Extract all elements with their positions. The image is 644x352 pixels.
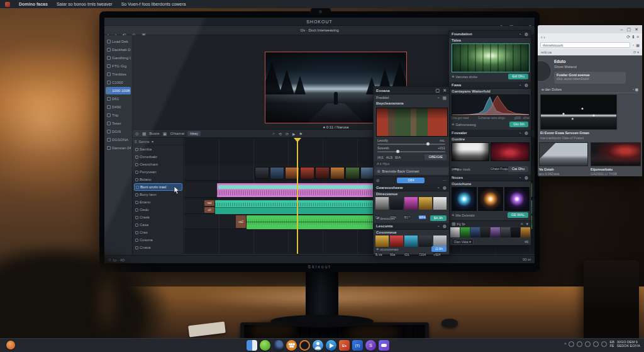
camera-icon[interactable]: ▣ bbox=[163, 132, 167, 136]
video-thumbnail-small[interactable] bbox=[591, 142, 641, 166]
sidebar-item[interactable]: Damcan 0490 bbox=[106, 144, 131, 152]
download-icon[interactable]: ⬇ bbox=[631, 35, 635, 39]
gear-icon[interactable]: ⚙ bbox=[525, 176, 528, 180]
tray-icon[interactable] bbox=[601, 341, 607, 347]
maximize-icon[interactable]: ▢ bbox=[627, 27, 631, 32]
timeline-label[interactable]: Bowie bbox=[150, 132, 160, 135]
apply-button[interactable]: GBEIGIE bbox=[425, 154, 447, 160]
track-row[interactable]: Ponyvean bbox=[134, 168, 182, 176]
track-row[interactable]: Cras bbox=[134, 229, 182, 236]
dock-editor-icon[interactable]: Es bbox=[339, 340, 350, 351]
dock-share-icon[interactable] bbox=[326, 340, 336, 351]
histogram-scope[interactable] bbox=[452, 94, 530, 116]
dock-dark-browser-icon[interactable] bbox=[273, 340, 284, 351]
sidebar-item[interactable]: Teser bbox=[106, 120, 131, 127]
list-icon[interactable]: ≡ bbox=[520, 222, 523, 226]
media-strip[interactable] bbox=[450, 227, 530, 237]
dock-launchpad-icon[interactable] bbox=[286, 340, 297, 351]
dock-green-browser-icon[interactable] bbox=[260, 340, 270, 351]
video-title[interactable]: Ei Evonr Eswa Serssen Gman bbox=[540, 131, 589, 135]
track-row[interactable]: Oesnchant bbox=[134, 161, 182, 168]
preset-action-button[interactable]: $A.9h bbox=[430, 215, 447, 221]
refresh-icon[interactable]: ⟳ bbox=[286, 132, 289, 136]
maximize-icon[interactable]: ▢ bbox=[436, 88, 440, 93]
track-row[interactable]: Casa bbox=[134, 221, 182, 229]
grid-icon[interactable]: ▦ bbox=[142, 132, 147, 136]
tray-icon[interactable] bbox=[577, 341, 582, 347]
track-row[interactable]: Crask bbox=[134, 213, 182, 221]
notification-card[interactable]: Fowler Gont avenue dilut, acuto robertDu… bbox=[554, 72, 626, 84]
clock-icon[interactable]: ◔ bbox=[436, 224, 439, 229]
track-row[interactable]: Oedo bbox=[134, 206, 182, 213]
preset-action-button[interactable]: Ω.9h bbox=[431, 246, 447, 252]
video-thumbnail-small[interactable] bbox=[539, 142, 588, 166]
tray-icon[interactable] bbox=[593, 341, 599, 347]
tray-clock[interactable]: 30GO DEM 9SEDOK EOIYA bbox=[617, 340, 640, 348]
clock-icon[interactable]: ◔ bbox=[518, 131, 521, 135]
strip-select[interactable]: Dan Vata ▾ bbox=[452, 239, 474, 245]
panel-action-button[interactable]: Cat Dhu bbox=[508, 166, 528, 172]
back-icon[interactable]: ‹ bbox=[541, 35, 542, 40]
menubar-app-menu[interactable]: Domino facas bbox=[19, 2, 48, 6]
effect-list-item[interactable]: ⊙ Bravivide Back Contrast bbox=[375, 167, 448, 174]
sidebar-item[interactable]: Dackhab DOSO bbox=[106, 46, 131, 54]
video-clip-thumbnails[interactable] bbox=[255, 166, 375, 181]
clock-icon[interactable]: ◔ bbox=[518, 32, 521, 37]
target-icon[interactable]: ⊙ bbox=[135, 132, 139, 136]
tray-icon[interactable] bbox=[585, 341, 591, 347]
sidebar-item[interactable]: FTG Gig bbox=[106, 62, 131, 70]
dock-games-icon[interactable] bbox=[379, 340, 389, 351]
option-button[interactable]: ALS bbox=[386, 156, 392, 159]
chevron-down-icon[interactable]: ▾ bbox=[637, 50, 639, 54]
sidebar-item[interactable]: Lead Dek bbox=[106, 38, 131, 45]
track-row[interactable]: Cosona bbox=[134, 236, 182, 244]
refresh-icon[interactable]: ⟳ bbox=[633, 50, 636, 54]
grid-icon[interactable]: ▦ bbox=[442, 96, 447, 100]
sidebar-item[interactable]: Trimbles bbox=[106, 71, 131, 78]
tray-icon[interactable] bbox=[569, 341, 574, 347]
inspector-primary-button[interactable]: D84 bbox=[397, 178, 425, 183]
grid-icon[interactable]: ▦ bbox=[452, 222, 456, 226]
gear-icon[interactable]: ⚙ bbox=[443, 186, 447, 190]
close-icon[interactable]: ✕ bbox=[443, 88, 447, 93]
channel-name[interactable]: Eduto bbox=[554, 59, 565, 64]
panel-action-button[interactable]: GE WAL bbox=[508, 212, 528, 218]
clock-icon[interactable]: ◔ bbox=[518, 83, 521, 88]
dock-terminal-icon[interactable]: [T] bbox=[352, 340, 363, 351]
sidebar-item[interactable]: C1000 bbox=[106, 79, 131, 86]
menu-icon[interactable]: ≡ bbox=[636, 35, 639, 39]
sidebar-item[interactable]: D61 bbox=[106, 95, 131, 103]
undo-icon[interactable]: ⟲ bbox=[279, 132, 282, 136]
tray-expand-icon[interactable]: ^ bbox=[564, 342, 566, 346]
sidebar-item[interactable]: DGI9 bbox=[106, 128, 131, 135]
slider[interactable] bbox=[377, 144, 445, 145]
timeline-mode-button[interactable]: Heej bbox=[187, 131, 200, 136]
foundation-preview[interactable] bbox=[452, 43, 530, 72]
list-icon[interactable]: ≡ bbox=[135, 140, 137, 144]
dock-contacts-icon[interactable] bbox=[313, 340, 323, 351]
chevron-down-icon[interactable]: ▾ bbox=[152, 139, 153, 144]
bookmark-label[interactable]: retb.ua bbox=[541, 50, 552, 54]
clock-icon[interactable]: ◔ bbox=[632, 88, 634, 91]
effect-orb-orange[interactable] bbox=[478, 187, 503, 211]
inspector-section[interactable]: Freddel bbox=[376, 96, 389, 99]
search-icon[interactable]: ⌕ bbox=[273, 132, 275, 136]
panel-action-button[interactable]: Edi Dhu bbox=[508, 74, 528, 79]
gear-icon[interactable]: ⚙ bbox=[525, 131, 528, 135]
more-icon[interactable]: ⋯ bbox=[442, 178, 447, 183]
os-logo-icon[interactable] bbox=[5, 2, 10, 7]
track-row[interactable]: Enano bbox=[134, 198, 182, 206]
playhead[interactable] bbox=[297, 139, 298, 254]
track-row[interactable]: Ocrunbakr bbox=[134, 153, 182, 161]
flag-icon[interactable]: ⚑ bbox=[299, 132, 303, 136]
dock-launcher-icon[interactable] bbox=[6, 341, 15, 349]
menubar-item[interactable]: So Vuen-f foos liberdonts cowera bbox=[121, 2, 186, 6]
dock-camera-icon[interactable] bbox=[299, 340, 310, 351]
sidebar-item[interactable]: Trip bbox=[106, 111, 131, 119]
close-icon[interactable]: ✕ bbox=[635, 27, 638, 32]
clock-icon[interactable]: ◔ bbox=[436, 96, 439, 100]
menubar-item[interactable]: Saiar so bonoo trnls tweaver bbox=[57, 2, 113, 6]
track-row[interactable]: Samba bbox=[134, 145, 182, 153]
panel-action-button[interactable]: Glu 9th bbox=[509, 122, 528, 127]
effect-orb-purple[interactable] bbox=[504, 187, 530, 211]
